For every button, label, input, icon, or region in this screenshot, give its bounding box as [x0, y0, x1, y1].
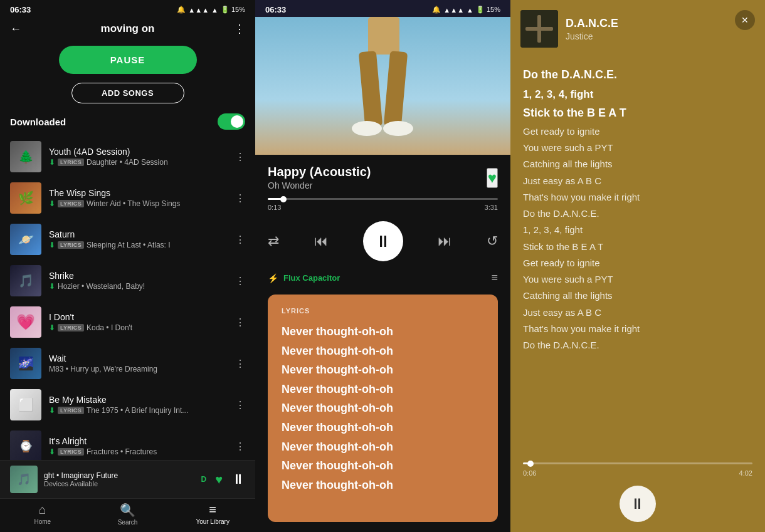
album-art-svg	[255, 17, 510, 155]
lyrics-badge-5: LYRICS	[58, 324, 84, 331]
song-info-row: Happy (Acoustic) Oh Wonder ♥	[268, 165, 498, 190]
p3-album-art	[520, 10, 558, 48]
track-item[interactable]: 🪐 Saturn ⬇ LYRICS Sleeping At Last • Atl…	[0, 219, 255, 260]
flux-label[interactable]: Flux Capacitor	[283, 273, 340, 283]
notification-icon: 🔔	[177, 6, 186, 14]
track-name-7: Be My Mistake	[49, 395, 228, 405]
track-more-1[interactable]: ⋮	[235, 151, 245, 163]
downloaded-label: Downloaded	[10, 117, 66, 127]
p3-lyric-3: Stick to the B E A T	[523, 103, 752, 123]
track-more-4[interactable]: ⋮	[235, 275, 245, 287]
more-button[interactable]: ⋮	[234, 22, 245, 36]
extra-row: ⚡ Flux Capacitor ≡	[268, 271, 498, 284]
progress-thumb	[280, 196, 287, 202]
svg-point-4	[352, 121, 382, 136]
track-art-5: 💗	[10, 306, 41, 338]
track-meta-4: ⬇ Hozier • Wasteland, Baby!	[49, 282, 228, 291]
album-art-figure	[255, 17, 510, 155]
track-info-3: Saturn ⬇ LYRICS Sleeping At Last • Atlas…	[49, 229, 228, 249]
track-item[interactable]: ⬜ Be My Mistake ⬇ LYRICS The 1975 • A Br…	[0, 384, 255, 425]
song-artist: Oh Wonder	[268, 180, 371, 190]
track-more-5[interactable]: ⋮	[235, 316, 245, 328]
progress-fill	[268, 198, 282, 200]
now-playing-bar[interactable]: 🎵 ght • Imaginary Future Devices Availab…	[0, 460, 255, 498]
nav-search-label: Search	[118, 519, 138, 526]
track-more-6[interactable]: ⋮	[235, 358, 245, 370]
lyrics-line-5: Never thought-oh-oh	[282, 399, 484, 418]
svg-rect-1	[368, 17, 399, 55]
p3-play-button[interactable]: ⏸	[620, 486, 656, 522]
time-row: 0:13 3:31	[268, 204, 498, 211]
p3-lyric-2: 1, 2, 3, 4, fight	[523, 85, 752, 104]
nav-search[interactable]: 🔍 Search	[85, 503, 171, 526]
nav-library[interactable]: ≡ Your Library	[170, 503, 255, 526]
track-artist-5: Koda • I Don't	[87, 323, 132, 332]
wifi-icon-2: ▲	[467, 6, 473, 14]
nav-home[interactable]: ⌂ Home	[0, 503, 85, 526]
previous-button[interactable]: ⏮	[314, 233, 328, 249]
progress-bar-container[interactable]	[268, 198, 498, 200]
pause-icon-main: ⏸	[375, 232, 391, 251]
p3-progress-track[interactable]	[523, 462, 752, 464]
track-meta-7: ⬇ LYRICS The 1975 • A Brief Inquiry Int.…	[49, 406, 228, 415]
lyrics-badge-1: LYRICS	[58, 159, 84, 166]
p3-lyric-12: Get ready to ignite	[523, 255, 752, 271]
track-item[interactable]: 🌌 Wait M83 • Hurry up, We're Dreaming ⋮	[0, 343, 255, 384]
track-artist-8: Fractures • Fractures	[87, 447, 157, 456]
album-art-container	[255, 17, 510, 155]
track-artist-6: M83 • Hurry up, We're Dreaming	[49, 365, 157, 373]
shuffle-button[interactable]: ⇄	[268, 233, 279, 249]
now-playing-d: D	[201, 475, 206, 484]
track-name-4: Shrike	[49, 271, 228, 281]
track-more-7[interactable]: ⋮	[235, 399, 245, 411]
download-icon-1: ⬇	[49, 158, 55, 167]
track-more-2[interactable]: ⋮	[235, 192, 245, 204]
p3-song-artist: Justice	[566, 31, 755, 41]
search-icon: 🔍	[120, 503, 135, 518]
p3-lyric-1: Do the D.A.N.C.E.	[523, 65, 752, 85]
lyrics-badge-3: LYRICS	[58, 241, 84, 249]
now-playing-art: 🎵	[10, 466, 38, 493]
repeat-button[interactable]: ↺	[487, 233, 498, 249]
track-meta-8: ⬇ LYRICS Fractures • Fractures	[49, 447, 228, 456]
now-playing-title: ght • Imaginary Future	[44, 471, 194, 480]
lyrics-line-4: Never thought-oh-oh	[282, 380, 484, 399]
status-bar-2: 06:33 🔔 ▲▲▲ ▲ 🔋 15%	[255, 0, 510, 17]
close-button[interactable]: ✕	[735, 10, 755, 30]
track-item[interactable]: 🌿 The Wisp Sings ⬇ LYRICS Winter Aid • T…	[0, 177, 255, 219]
track-meta-3: ⬇ LYRICS Sleeping At Last • Atlas: I	[49, 241, 228, 249]
track-art-2: 🌿	[10, 182, 41, 214]
track-more-8[interactable]: ⋮	[235, 441, 245, 452]
back-button[interactable]: ←	[10, 23, 21, 36]
download-icon-7: ⬇	[49, 406, 55, 415]
p3-lyric-5: You were such a PYT	[523, 140, 752, 156]
p3-lyric-17: Do the D.A.N.C.E.	[523, 337, 752, 353]
track-item[interactable]: ⌚ It's Alright ⬇ LYRICS Fractures • Frac…	[0, 425, 255, 460]
downloaded-section: Downloaded	[0, 111, 255, 136]
controls-area: Happy (Acoustic) Oh Wonder ♥ 0:13 3:31 ⇄…	[255, 155, 510, 532]
downloaded-toggle[interactable]	[218, 113, 245, 130]
track-item[interactable]: 🎵 Shrike ⬇ Hozier • Wasteland, Baby! ⋮	[0, 260, 255, 301]
heart-icon[interactable]: ♥	[215, 472, 223, 487]
track-name-5: I Don't	[49, 312, 228, 322]
p3-lyric-4: Get ready to ignite	[523, 123, 752, 140]
track-more-3[interactable]: ⋮	[235, 234, 245, 246]
track-item[interactable]: 🌲 Youth (4AD Session) ⬇ LYRICS Daughter …	[0, 136, 255, 177]
lyrics-line-9: Never thought-oh-oh	[282, 476, 484, 495]
track-item[interactable]: 💗 I Don't ⬇ LYRICS Koda • I Don't ⋮	[0, 301, 255, 343]
track-name-1: Youth (4AD Session)	[49, 147, 228, 157]
favorite-button[interactable]: ♥	[487, 168, 498, 188]
play-pause-main-button[interactable]: ⏸	[363, 221, 403, 261]
time-display-2: 06:33	[265, 5, 286, 14]
pause-button[interactable]: PAUSE	[59, 46, 197, 74]
lyrics-heading: LYRICS	[282, 307, 484, 315]
p3-header: D.A.N.C.E Justice ✕	[510, 0, 765, 55]
p3-song-title: D.A.N.C.E	[566, 17, 755, 30]
add-songs-button[interactable]: ADD SONGS	[71, 83, 184, 103]
library-icon: ≡	[209, 503, 216, 517]
track-artist-7: The 1975 • A Brief Inquiry Int...	[87, 406, 188, 415]
pause-icon-small[interactable]: ⏸	[231, 471, 245, 488]
next-button[interactable]: ⏭	[438, 233, 451, 249]
queue-icon[interactable]: ≡	[491, 271, 498, 284]
track-meta-1: ⬇ LYRICS Daughter • 4AD Session	[49, 158, 228, 167]
